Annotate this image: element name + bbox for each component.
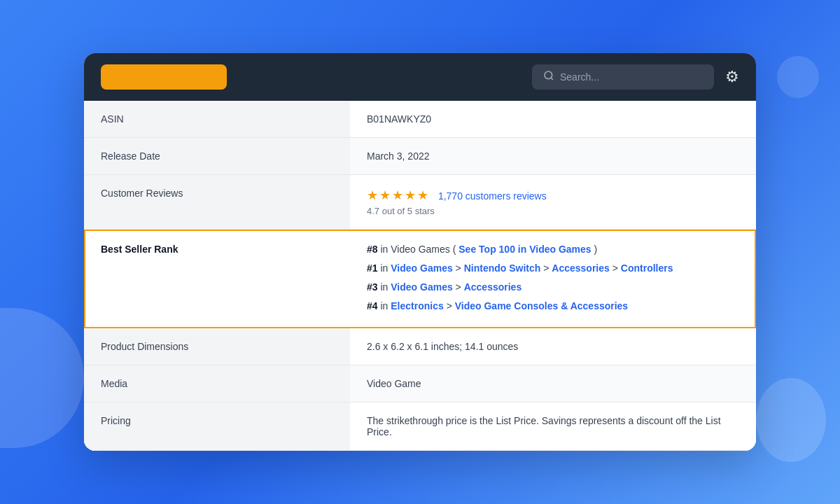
rating-text: 4.7 out of 5 stars bbox=[367, 206, 739, 216]
table-row: ASIN B01NAWKYZ0 bbox=[84, 101, 756, 138]
table-value-media: Video Game bbox=[350, 365, 756, 402]
bsr-link-accessories-1[interactable]: Accessories bbox=[552, 262, 610, 274]
table-label-pricing: Pricing bbox=[84, 402, 350, 450]
bsr-link-consoles[interactable]: Video Game Consoles & Accessories bbox=[455, 300, 628, 312]
bsr-number-2: #1 bbox=[367, 262, 378, 274]
bsr-sep-2b: > bbox=[543, 262, 552, 274]
bsr-in-3: in bbox=[380, 281, 391, 293]
bsr-close-paren: ) bbox=[594, 244, 598, 255]
table-row: Pricing The strikethrough price is the L… bbox=[84, 402, 756, 451]
bsr-link-controllers[interactable]: Controllers bbox=[621, 262, 673, 274]
bsr-rank-1: #8 in Video Games ( See Top 100 in Video… bbox=[367, 241, 739, 258]
table-row: Product Dimensions 2.6 x 6.2 x 6.1 inche… bbox=[84, 328, 756, 365]
bsr-sep-2a: > bbox=[456, 262, 464, 274]
reviews-line: ★★★★★ 1,770 customers reviews bbox=[367, 188, 739, 203]
table-row: Release Date March 3, 2022 bbox=[84, 138, 756, 175]
table-label-release-date: Release Date bbox=[84, 138, 350, 174]
bsr-text-1: in Video Games ( bbox=[380, 244, 456, 255]
table-label-dimensions: Product Dimensions bbox=[84, 328, 350, 365]
bsr-in-2: in bbox=[380, 262, 391, 274]
table-row: Customer Reviews ★★★★★ 1,770 customers r… bbox=[84, 175, 756, 230]
bsr-link-videogames-2[interactable]: Video Games bbox=[391, 262, 452, 274]
review-count-link[interactable]: 1,770 customers reviews bbox=[438, 190, 547, 202]
bsr-in-4: in bbox=[380, 300, 391, 312]
search-placeholder-text: Search... bbox=[560, 71, 599, 83]
table-value-asin: B01NAWKYZ0 bbox=[350, 101, 756, 137]
table-label-asin: ASIN bbox=[84, 101, 350, 137]
bsr-link-nintendo-switch[interactable]: Nintendo Switch bbox=[464, 262, 541, 274]
main-card: Search... ⚙ ASIN B01NAWKYZ0 Release Date… bbox=[84, 53, 756, 451]
navbar-right: Search... ⚙ bbox=[532, 64, 739, 90]
bsr-rank-3: #3 in Video Games > Accessories bbox=[367, 279, 739, 296]
table-label-media: Media bbox=[84, 365, 350, 402]
bsr-rank-4: #4 in Electronics > Video Game Consoles … bbox=[367, 298, 739, 315]
search-icon bbox=[543, 70, 554, 84]
bsr-link-accessories-2[interactable]: Accessories bbox=[464, 281, 522, 293]
bsr-sep-4a: > bbox=[447, 300, 455, 312]
bg-decoration-left bbox=[0, 308, 84, 448]
bsr-link-electronics[interactable]: Electronics bbox=[391, 300, 443, 312]
search-bar[interactable]: Search... bbox=[532, 64, 714, 90]
bsr-link-top100[interactable]: See Top 100 in Video Games bbox=[458, 244, 591, 255]
bsr-number-4: #4 bbox=[367, 300, 378, 312]
svg-point-0 bbox=[545, 71, 552, 79]
bg-decoration-right2 bbox=[777, 56, 819, 98]
svg-line-1 bbox=[551, 78, 553, 80]
table-value-dimensions: 2.6 x 6.2 x 6.1 inches; 14.1 ounces bbox=[350, 328, 756, 365]
bsr-sep-2c: > bbox=[612, 262, 621, 274]
navbar: Search... ⚙ bbox=[84, 53, 756, 101]
table-label-bsr: Best Seller Rank bbox=[84, 230, 350, 328]
table-value-bsr: #8 in Video Games ( See Top 100 in Video… bbox=[350, 230, 756, 328]
product-table: ASIN B01NAWKYZ0 Release Date March 3, 20… bbox=[84, 101, 756, 451]
table-value-release-date: March 3, 2022 bbox=[350, 138, 756, 174]
table-label-customer-reviews: Customer Reviews bbox=[84, 175, 350, 229]
table-row-bsr: Best Seller Rank #8 in Video Games ( See… bbox=[84, 230, 756, 329]
table-value-customer-reviews: ★★★★★ 1,770 customers reviews 4.7 out of… bbox=[350, 175, 756, 229]
table-value-pricing: The strikethrough price is the List Pric… bbox=[350, 402, 756, 450]
settings-icon[interactable]: ⚙ bbox=[725, 68, 739, 86]
star-rating: ★★★★★ bbox=[367, 188, 430, 202]
bsr-sep-3a: > bbox=[456, 281, 464, 293]
bsr-link-videogames-3[interactable]: Video Games bbox=[391, 281, 452, 293]
bsr-number-1: #8 bbox=[367, 244, 378, 255]
logo[interactable] bbox=[101, 64, 227, 90]
bg-decoration-right bbox=[756, 378, 826, 462]
bsr-rank-2: #1 in Video Games > Nintendo Switch > Ac… bbox=[367, 260, 739, 277]
table-row: Media Video Game bbox=[84, 365, 756, 402]
bsr-number-3: #3 bbox=[367, 281, 378, 293]
